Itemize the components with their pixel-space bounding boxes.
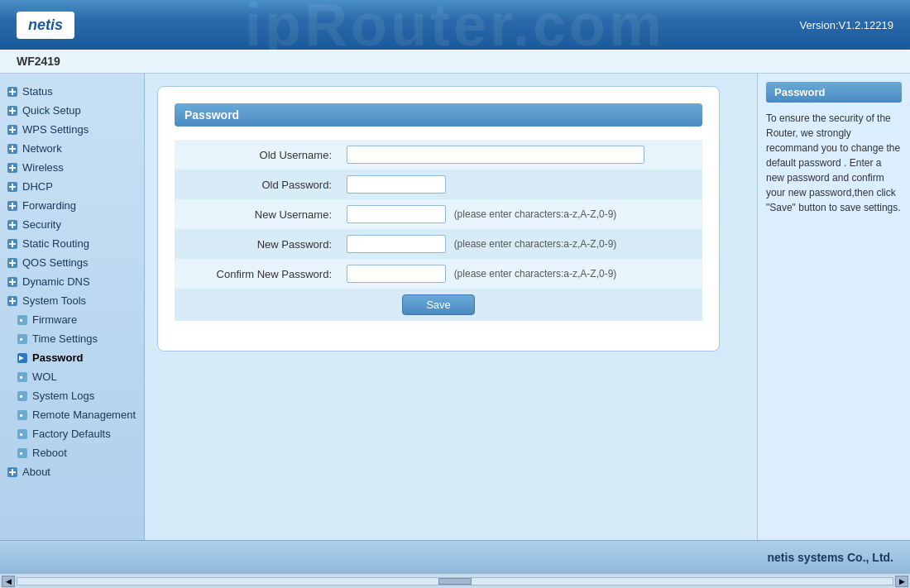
help-body: To ensure the security of the Router, we… bbox=[766, 111, 902, 215]
sidebar-item-qos-settings[interactable]: QOS Settings bbox=[0, 253, 144, 272]
sub-icon bbox=[17, 333, 28, 345]
new-username-input[interactable] bbox=[347, 205, 446, 223]
old-password-label: Old Password: bbox=[175, 170, 340, 199]
main-area: Status Quick Setup WPS Settings Network … bbox=[0, 74, 910, 540]
footer: netis systems Co., Ltd. bbox=[0, 540, 910, 573]
old-username-input[interactable] bbox=[347, 146, 644, 164]
sidebar-item-password[interactable]: Password bbox=[0, 348, 144, 367]
password-form-table: Old Username: Old Password: New Username… bbox=[175, 140, 702, 321]
plus-icon bbox=[7, 105, 18, 117]
sidebar-item-wireless[interactable]: Wireless bbox=[0, 158, 144, 177]
logo: netis bbox=[17, 12, 74, 39]
new-password-label: New Password: bbox=[175, 229, 340, 259]
plus-icon bbox=[7, 200, 18, 212]
sub-icon bbox=[17, 390, 28, 402]
sidebar-item-remote-management[interactable]: Remote Management bbox=[0, 405, 144, 424]
plus-icon bbox=[7, 466, 18, 478]
new-username-hint: (please enter characters:a-z,A-Z,0-9) bbox=[454, 208, 617, 220]
plus-icon bbox=[7, 143, 18, 155]
save-row: Save bbox=[175, 289, 702, 321]
plus-icon bbox=[7, 257, 18, 269]
device-bar: WF2419 bbox=[0, 50, 910, 74]
sidebar: Status Quick Setup WPS Settings Network … bbox=[0, 74, 145, 540]
sidebar-item-wps-settings[interactable]: WPS Settings bbox=[0, 120, 144, 139]
sidebar-item-reboot[interactable]: Reboot bbox=[0, 443, 144, 462]
sidebar-item-dynamic-dns[interactable]: Dynamic DNS bbox=[0, 272, 144, 291]
confirm-password-label: Confirm New Password: bbox=[175, 259, 340, 289]
plus-icon bbox=[7, 238, 18, 250]
old-username-label: Old Username: bbox=[175, 140, 340, 170]
sidebar-item-quick-setup[interactable]: Quick Setup bbox=[0, 101, 144, 120]
sub-icon bbox=[17, 371, 28, 383]
content-area: Password Old Username: Old Password: New… bbox=[145, 74, 757, 540]
scroll-left-button[interactable]: ◀ bbox=[2, 576, 15, 587]
sidebar-item-firmware[interactable]: Firmware bbox=[0, 310, 144, 329]
sidebar-item-system-logs[interactable]: System Logs bbox=[0, 386, 144, 405]
confirm-password-row: Confirm New Password: (please enter char… bbox=[175, 259, 702, 289]
sub-icon bbox=[17, 428, 28, 440]
sub-icon bbox=[17, 314, 28, 326]
scroll-track[interactable] bbox=[17, 577, 893, 586]
horizontal-scrollbar[interactable]: ◀ ▶ bbox=[0, 573, 910, 588]
new-username-row: New Username: (please enter characters:a… bbox=[175, 199, 702, 229]
help-title: Password bbox=[766, 82, 902, 103]
new-password-row: New Password: (please enter characters:a… bbox=[175, 229, 702, 259]
device-model: WF2419 bbox=[17, 55, 60, 68]
sidebar-item-system-tools[interactable]: System Tools bbox=[0, 291, 144, 310]
sidebar-item-factory-defaults[interactable]: Factory Defaults bbox=[0, 424, 144, 443]
new-password-input[interactable] bbox=[347, 235, 446, 253]
sidebar-item-wol[interactable]: WOL bbox=[0, 367, 144, 386]
sidebar-item-security[interactable]: Security bbox=[0, 215, 144, 234]
version-label: Version:V1.2.12219 bbox=[800, 19, 893, 31]
new-password-hint: (please enter characters:a-z,A-Z,0-9) bbox=[454, 238, 617, 250]
sidebar-item-status[interactable]: Status bbox=[0, 82, 144, 101]
scroll-thumb[interactable] bbox=[438, 578, 472, 585]
section-title: Password bbox=[175, 103, 702, 127]
sidebar-item-about[interactable]: About bbox=[0, 462, 144, 481]
confirm-password-input[interactable] bbox=[347, 265, 446, 283]
sidebar-item-time-settings[interactable]: Time Settings bbox=[0, 329, 144, 348]
new-username-label: New Username: bbox=[175, 199, 340, 229]
content-card: Password Old Username: Old Password: New… bbox=[157, 86, 720, 351]
sub-icon bbox=[17, 409, 28, 421]
old-password-row: Old Password: bbox=[175, 170, 702, 199]
active-icon bbox=[17, 352, 28, 364]
plus-icon bbox=[7, 295, 18, 307]
save-button[interactable]: Save bbox=[402, 294, 475, 315]
old-username-row: Old Username: bbox=[175, 140, 702, 170]
sidebar-item-static-routing[interactable]: Static Routing bbox=[0, 234, 144, 253]
plus-icon bbox=[7, 181, 18, 193]
confirm-password-hint: (please enter characters:a-z,A-Z,0-9) bbox=[454, 268, 617, 280]
plus-icon bbox=[7, 162, 18, 174]
plus-icon bbox=[7, 219, 18, 231]
plus-icon bbox=[7, 86, 18, 98]
plus-icon bbox=[7, 276, 18, 288]
header: netis ipRouter.com Version:V1.2.12219 bbox=[0, 0, 910, 50]
footer-text: netis systems Co., Ltd. bbox=[768, 551, 893, 564]
sidebar-item-forwarding[interactable]: Forwarding bbox=[0, 196, 144, 215]
sidebar-item-dhcp[interactable]: DHCP bbox=[0, 177, 144, 196]
scroll-right-button[interactable]: ▶ bbox=[895, 576, 908, 587]
plus-icon bbox=[7, 124, 18, 136]
sidebar-item-network[interactable]: Network bbox=[0, 139, 144, 158]
sub-icon bbox=[17, 447, 28, 459]
help-panel: Password To ensure the security of the R… bbox=[757, 74, 910, 540]
logo-text: netis bbox=[28, 17, 63, 34]
watermark: ipRouter.com bbox=[245, 0, 665, 50]
old-password-input[interactable] bbox=[347, 175, 446, 194]
